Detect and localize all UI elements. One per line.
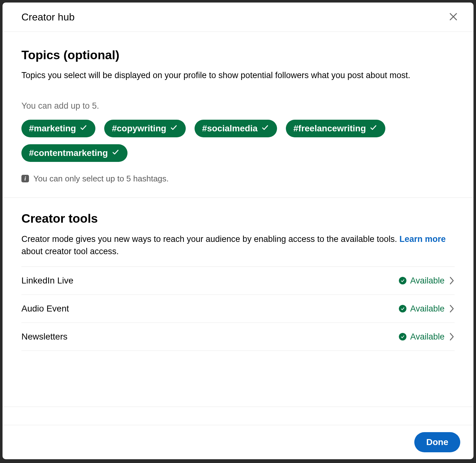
tools-desc-suffix: about creator tool access.: [21, 247, 119, 256]
tools-list: LinkedIn Live Available Audio Event: [21, 266, 455, 351]
status-text: Available: [410, 332, 445, 342]
topics-section: Topics (optional) Topics you select will…: [3, 32, 473, 198]
topic-chip-freelancewriting[interactable]: #freelancewriting: [286, 120, 385, 137]
modal-body: Topics (optional) Topics you select will…: [3, 32, 473, 425]
tool-row-audio-event[interactable]: Audio Event Available: [21, 295, 455, 323]
chip-label: #freelancewriting: [293, 123, 366, 134]
check-circle-icon: [399, 305, 406, 312]
check-icon: [370, 123, 377, 134]
topic-chip-contentmarketing[interactable]: #contentmarketing: [21, 144, 128, 162]
topics-helper: You can add up to 5.: [21, 101, 455, 111]
tools-heading: Creator tools: [21, 212, 455, 226]
status-label: Available: [399, 304, 445, 314]
tool-status: Available: [399, 304, 455, 314]
done-button[interactable]: Done: [414, 432, 460, 452]
learn-more-link[interactable]: Learn more: [400, 234, 446, 244]
modal-footer: Done: [3, 425, 473, 459]
creator-hub-modal: Creator hub Topics (optional) Topics you…: [3, 3, 473, 459]
tool-row-linkedin-live[interactable]: LinkedIn Live Available: [21, 267, 455, 295]
tool-row-newsletters[interactable]: Newsletters Available: [21, 323, 455, 351]
chip-label: #copywriting: [112, 123, 166, 134]
check-icon: [80, 123, 87, 134]
chevron-right-icon: [449, 304, 455, 313]
check-icon: [112, 148, 119, 158]
tool-name: Newsletters: [21, 332, 67, 342]
chip-label: #marketing: [29, 123, 76, 134]
chip-label: #socialmedia: [202, 123, 258, 134]
status-label: Available: [399, 332, 445, 342]
topic-chip-socialmedia[interactable]: #socialmedia: [195, 120, 277, 137]
info-icon: i: [21, 175, 29, 182]
topic-chip-row: #marketing #copywriting #socialmedia #fr…: [21, 120, 455, 162]
tool-status: Available: [399, 332, 455, 342]
check-icon: [170, 123, 178, 134]
check-icon: [261, 123, 269, 134]
close-button[interactable]: [447, 11, 460, 23]
tools-desc-prefix: Creator mode gives you new ways to reach…: [21, 234, 400, 244]
hashtag-limit-text: You can only select up to 5 hashtags.: [33, 174, 169, 184]
topics-heading: Topics (optional): [21, 48, 455, 62]
status-label: Available: [399, 276, 445, 286]
tool-name: LinkedIn Live: [21, 276, 73, 286]
check-circle-icon: [399, 333, 406, 340]
topic-chip-marketing[interactable]: #marketing: [21, 120, 95, 137]
modal-title: Creator hub: [21, 11, 75, 23]
tool-name: Audio Event: [21, 304, 69, 314]
modal-header: Creator hub: [3, 3, 473, 32]
creator-tools-section: Creator tools Creator mode gives you new…: [3, 198, 473, 365]
section-divider: [3, 407, 473, 425]
topic-chip-copywriting[interactable]: #copywriting: [104, 120, 186, 137]
chevron-right-icon: [449, 332, 455, 341]
chip-label: #contentmarketing: [29, 148, 108, 158]
close-icon: [449, 12, 458, 22]
check-circle-icon: [399, 277, 406, 284]
chevron-right-icon: [449, 276, 455, 285]
hashtag-limit-info: i You can only select up to 5 hashtags.: [21, 174, 455, 184]
status-text: Available: [410, 304, 445, 314]
tool-status: Available: [399, 276, 455, 286]
status-text: Available: [410, 276, 445, 286]
topics-description: Topics you select will be displayed on y…: [21, 70, 455, 82]
tools-description: Creator mode gives you new ways to reach…: [21, 233, 455, 258]
